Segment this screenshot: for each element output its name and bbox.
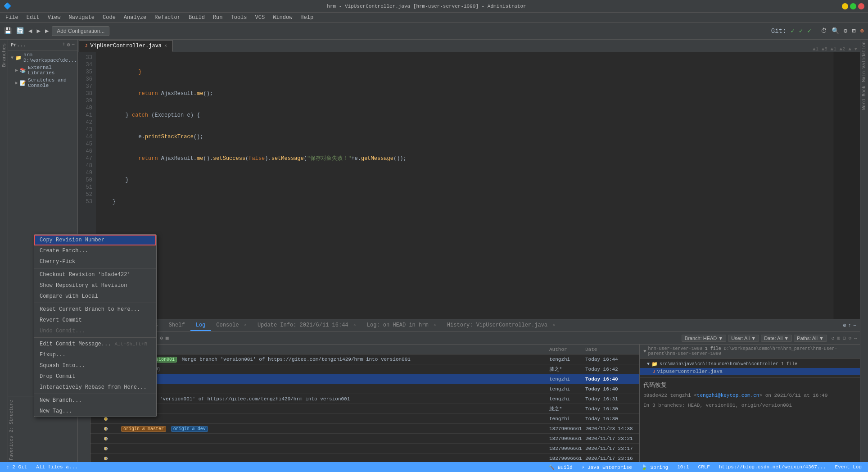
menu-navigate[interactable]: Navigate: [65, 14, 98, 22]
tab-close-icon[interactable]: ×: [164, 44, 167, 49]
file-tree-vipusercontroller[interactable]: J VipUserController.java: [640, 368, 860, 375]
tree-item-scratches[interactable]: ▶ 📝 Scratches and Console: [8, 77, 77, 89]
shelf-tab[interactable]: Shelf: [163, 320, 190, 331]
ctx-interactive-rebase[interactable]: Interactively Rebase from Here...: [34, 382, 156, 393]
log-tab[interactable]: Log: [190, 320, 211, 331]
toolbar-check2-icon[interactable]: ✓: [798, 26, 804, 36]
branches-tab[interactable]: Branches: [0, 41, 8, 69]
status-event-log[interactable]: Event Log: [832, 464, 864, 470]
bottom-maximize-icon[interactable]: ↑: [848, 322, 851, 329]
branch-filter[interactable]: Branch: HEAD ▼: [682, 335, 726, 342]
toolbar-check3-icon[interactable]: ✓: [806, 26, 812, 36]
ctx-checkout-revision[interactable]: Checkout Revision 'b8ade422': [34, 269, 156, 280]
status-git[interactable]: ↕ 2 Git: [4, 464, 30, 470]
git-toolbar-icon5[interactable]: ▦: [166, 335, 169, 341]
word-book-tab[interactable]: Word Book: [861, 84, 868, 112]
add-configuration-button[interactable]: Add Configuration...: [52, 26, 109, 36]
date-filter[interactable]: Date: All ▼: [761, 335, 792, 342]
toolbar-layout-icon[interactable]: ⊞: [850, 26, 857, 36]
toolbar-search-icon[interactable]: 🔍: [830, 26, 841, 36]
menu-refactor[interactable]: Refactor: [151, 14, 184, 22]
file-tree-src[interactable]: ▼ 📁 src\main\java\cn\itsource\hrm\web\co…: [640, 360, 860, 368]
menu-code[interactable]: Code: [99, 14, 119, 22]
history-close-icon[interactable]: ×: [552, 323, 555, 328]
ctx-new-tag[interactable]: New Tag...: [34, 406, 156, 417]
menu-analyze[interactable]: Analyze: [120, 14, 150, 22]
menu-run[interactable]: Run: [209, 14, 226, 22]
ctx-fixup[interactable]: Fixup...: [34, 349, 156, 360]
toolbar-back-icon[interactable]: ◀: [27, 26, 33, 36]
git-log-row[interactable]: 18279096661 2020/11/17 23:17: [90, 444, 639, 454]
console-tab[interactable]: Console ×: [211, 320, 252, 331]
toolbar-clock-icon[interactable]: ⏱: [819, 27, 828, 36]
main-validation-tab[interactable]: Main Validation: [861, 40, 868, 84]
git-log-row[interactable]: tengzhi Today 16:40: [90, 374, 639, 384]
menu-edit[interactable]: Edit: [23, 14, 43, 22]
toolbar-run-icon[interactable]: ▶: [44, 26, 50, 36]
ctx-new-branch[interactable]: New Branch...: [34, 395, 156, 406]
history-tab[interactable]: History: VipUserController.java ×: [442, 320, 561, 331]
status-encoding[interactable]: CRLF: [696, 464, 713, 470]
menu-tools[interactable]: Tools: [227, 14, 251, 22]
menu-file[interactable]: File: [2, 14, 22, 22]
ctx-show-repo[interactable]: Show Repository at Revision: [34, 280, 156, 291]
ctx-squash[interactable]: Squash Into...: [34, 360, 156, 371]
console-close-icon[interactable]: ×: [244, 323, 247, 328]
menu-build[interactable]: Build: [185, 14, 208, 22]
ctx-edit-commit-msg[interactable]: Edit Commit Message... Alt+Shift+R: [34, 339, 156, 349]
status-spring[interactable]: 🍃 Spring: [638, 464, 671, 470]
bottom-close-icon[interactable]: −: [853, 322, 856, 329]
toolbar-sync-icon[interactable]: 🔄: [15, 26, 25, 36]
git-toolbar-icon9[interactable]: ⊕: [849, 335, 852, 341]
ctx-copy-revision[interactable]: Copy Revision Number: [34, 235, 156, 245]
update-close-icon[interactable]: ×: [353, 323, 356, 328]
ctx-compare-local[interactable]: Compare with Local: [34, 291, 156, 302]
ctx-reset-branch[interactable]: Reset Current Branch to Here...: [34, 304, 156, 315]
status-build[interactable]: 🔨 Build: [546, 464, 575, 470]
bottom-settings-icon[interactable]: ⚙: [843, 322, 846, 329]
toolbar-save-icon[interactable]: 💾: [3, 26, 13, 36]
git-log-row[interactable]: B :添加打印语句 膝之* Today 16:42: [90, 364, 639, 374]
git-toolbar-icon7[interactable]: ⊞: [837, 335, 841, 341]
status-java-enterprise[interactable]: ⚡ Java Enterprise: [579, 464, 635, 470]
toolbar-git-icon[interactable]: Git:: [770, 27, 788, 36]
git-toolbar-icon8[interactable]: ⊟: [843, 335, 846, 341]
ctx-cherry-pick[interactable]: Cherry-Pick: [34, 256, 156, 267]
commit-email[interactable]: tengzhi@keytop.com.cn: [697, 393, 760, 398]
maximize-button[interactable]: [850, 3, 856, 9]
status-url[interactable]: https://blog.csdn.net/weixin/4367...: [716, 464, 829, 470]
code-area[interactable]: } return AjaxResult.me(); } catch (Excep…: [96, 52, 833, 319]
toolbar-gear-icon[interactable]: ⚙: [842, 26, 849, 36]
user-filter[interactable]: User: All ▼: [728, 335, 759, 342]
status-line-col[interactable]: 10:1: [674, 464, 692, 470]
menu-window[interactable]: Window: [269, 14, 296, 22]
git-toolbar-icon4[interactable]: ⚙: [160, 335, 163, 341]
ctx-undo-commit[interactable]: Undo Commit...: [34, 326, 156, 336]
git-log-row[interactable]: tengzhi Today 16:30: [90, 414, 639, 424]
ctx-drop-commit[interactable]: Drop Commit: [34, 371, 156, 382]
menu-vcs[interactable]: VCS: [252, 14, 269, 22]
panel-gear-icon[interactable]: ⚙: [67, 41, 70, 48]
git-toolbar-icon6[interactable]: ↺: [832, 335, 835, 341]
git-log-row[interactable]: 膝之* Today 16:30: [90, 404, 639, 414]
git-log-row[interactable]: origin & master origin & dev 18279096661…: [90, 424, 639, 434]
toolbar-forward-icon[interactable]: ▶: [35, 26, 41, 36]
toolbar-stop-icon[interactable]: ⊗: [859, 26, 865, 36]
ctx-revert-commit[interactable]: Revert Commit: [34, 315, 156, 326]
git-log-row[interactable]: origin & version001 Merge branch 'versio…: [90, 354, 639, 364]
minimize-button[interactable]: [842, 3, 848, 9]
panel-collapse-icon[interactable]: −: [72, 41, 75, 48]
title-bar-controls[interactable]: [842, 3, 864, 9]
git-toolbar-icon10[interactable]: ↔: [854, 336, 857, 341]
panel-add-icon[interactable]: +: [62, 41, 65, 48]
editor-tab-vipusercontroller[interactable]: J VipUserController.java ×: [79, 40, 173, 52]
ctx-create-patch[interactable]: Create Patch...: [34, 245, 156, 256]
toolbar-check-icon[interactable]: ✓: [789, 26, 796, 36]
paths-filter[interactable]: Paths: All ▼: [794, 335, 827, 342]
tree-item-hrm[interactable]: ▼ 📁 hrm D:\workspace\de...: [8, 51, 77, 64]
update-info-tab[interactable]: Update Info: 2021/6/11 16:44 ×: [252, 320, 362, 331]
git-log-row[interactable]: 18279096661 2020/11/17 23:21: [90, 434, 639, 444]
log-head-close-icon[interactable]: ×: [434, 323, 436, 328]
menu-view[interactable]: View: [44, 14, 64, 22]
git-log-row[interactable]: Merge branch 'version001' of https://git…: [90, 394, 639, 404]
